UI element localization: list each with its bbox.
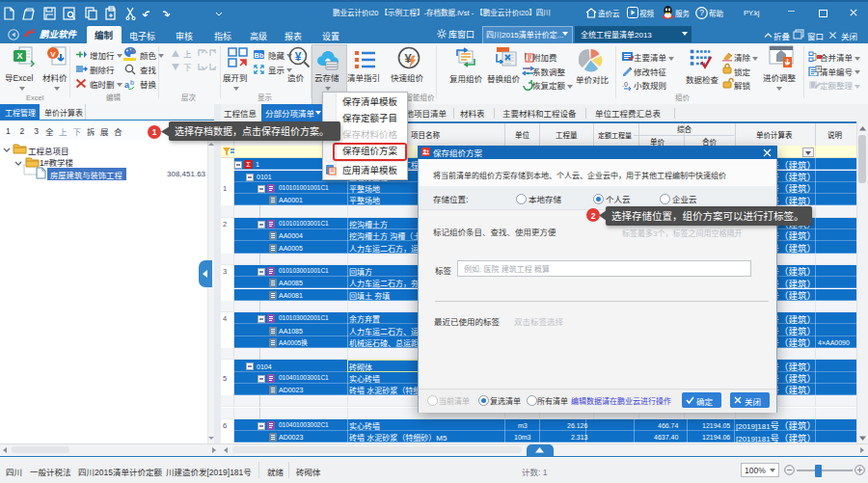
svg-text:b: b [130,79,134,86]
svg-text:¥: ¥ [295,50,302,64]
svg-text:V: V [50,50,56,59]
svg-text:?: ? [699,8,704,17]
svg-text:.0: .0 [622,81,628,88]
svg-text:Bb: Bb [255,51,264,60]
svg-text:Σ: Σ [246,161,251,170]
svg-text:X: X [16,51,22,61]
